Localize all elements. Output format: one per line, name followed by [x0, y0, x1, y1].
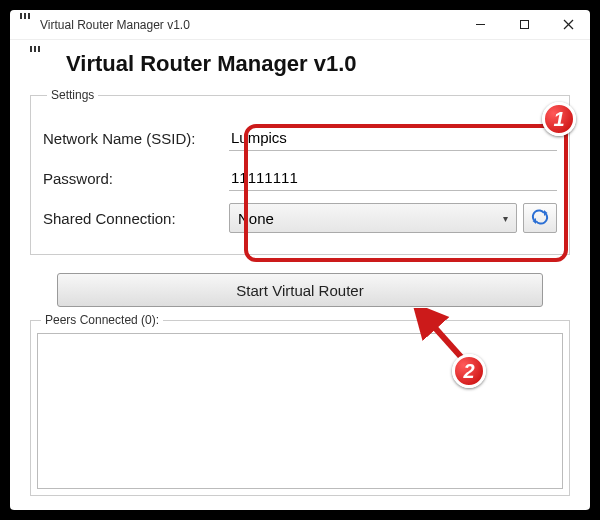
row-password: Password: [43, 160, 557, 196]
row-ssid: Network Name (SSID): [43, 120, 557, 156]
settings-legend: Settings [47, 88, 98, 102]
ssid-input[interactable] [229, 125, 557, 151]
window-controls [458, 10, 590, 39]
chevron-down-icon: ▾ [503, 213, 508, 224]
shared-connection-value: None [238, 210, 274, 227]
start-virtual-router-button[interactable]: Start Virtual Router [57, 273, 543, 307]
password-label: Password: [43, 170, 229, 187]
app-window: Virtual Router Manager v1.0 Virtual Rout… [10, 10, 590, 510]
maximize-button[interactable] [502, 10, 546, 39]
settings-group: Settings Network Name (SSID): Password: … [30, 88, 570, 255]
app-icon [18, 17, 34, 33]
shared-connection-label: Shared Connection: [43, 210, 229, 227]
ssid-label: Network Name (SSID): [43, 130, 229, 147]
password-input[interactable] [229, 165, 557, 191]
content-area: Settings Network Name (SSID): Password: … [10, 86, 590, 510]
row-shared-connection: Shared Connection: None ▾ [43, 200, 557, 236]
minimize-button[interactable] [458, 10, 502, 39]
shared-connection-select[interactable]: None ▾ [229, 203, 517, 233]
peers-group: Peers Connected (0): [30, 313, 570, 496]
app-header: Virtual Router Manager v1.0 [10, 40, 590, 86]
refresh-button[interactable] [523, 203, 557, 233]
titlebar: Virtual Router Manager v1.0 [10, 10, 590, 40]
svg-rect-1 [520, 21, 528, 29]
peers-list[interactable] [37, 333, 563, 489]
peers-legend: Peers Connected (0): [41, 313, 163, 327]
app-title: Virtual Router Manager v1.0 [66, 51, 357, 77]
app-logo-icon [28, 50, 56, 78]
close-button[interactable] [546, 10, 590, 39]
refresh-icon [531, 209, 549, 228]
window-title: Virtual Router Manager v1.0 [40, 18, 458, 32]
